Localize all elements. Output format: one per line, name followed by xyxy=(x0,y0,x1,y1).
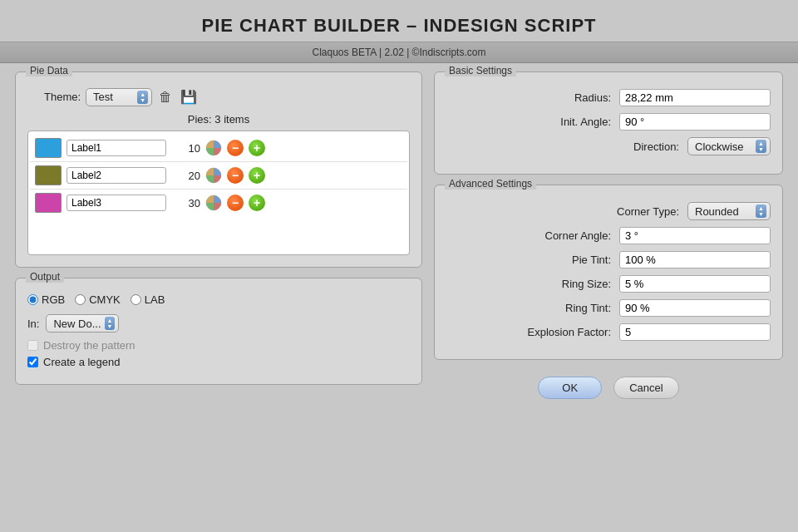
pie-item: 10 − + xyxy=(30,135,407,162)
color-swatch-2[interactable] xyxy=(35,165,62,185)
item-label-1[interactable] xyxy=(66,140,166,156)
corner-type-label: Corner Type: xyxy=(617,205,679,218)
item-value-2: 20 xyxy=(171,170,200,182)
lab-radio[interactable] xyxy=(131,294,141,305)
in-label: In: xyxy=(27,318,39,330)
cancel-button[interactable]: Cancel xyxy=(613,377,678,399)
lab-radio-label[interactable]: LAB xyxy=(131,293,165,306)
rgb-radio[interactable] xyxy=(27,294,38,305)
init-angle-label: Init. Angle: xyxy=(560,116,611,128)
init-angle-input[interactable] xyxy=(619,113,771,131)
ring-size-row: Ring Size: xyxy=(446,275,771,293)
basic-settings-panel: Basic Settings Radius: Init. Angle: Dire… xyxy=(434,71,783,175)
ring-size-input[interactable] xyxy=(619,275,771,293)
corner-type-select[interactable]: Rounded ▲ ▼ xyxy=(687,202,771,220)
pies-count: Pies: 3 items xyxy=(27,113,410,126)
create-legend-label[interactable]: Create a legend xyxy=(27,356,410,368)
corner-type-value: Rounded xyxy=(695,205,752,218)
basic-settings-title: Basic Settings xyxy=(445,65,516,76)
in-value: New Do... xyxy=(53,318,101,330)
in-select[interactable]: New Do... ▲ ▼ xyxy=(46,314,119,332)
add-item-2-button[interactable]: + xyxy=(249,167,265,184)
remove-item-1-button[interactable]: − xyxy=(227,140,244,156)
corner-angle-row: Corner Angle: xyxy=(446,227,771,244)
remove-item-2-button[interactable]: − xyxy=(227,167,244,184)
save-theme-button[interactable]: 💾 xyxy=(179,87,199,106)
output-panel-title: Output xyxy=(26,271,64,283)
direction-arrows: ▲ ▼ xyxy=(756,140,766,153)
cmyk-radio-label[interactable]: CMYK xyxy=(75,293,121,306)
direction-row: Direction: Clockwise ▲ ▼ xyxy=(446,137,771,155)
direction-value: Clockwise xyxy=(695,140,752,153)
init-angle-row: Init. Angle: xyxy=(446,113,771,131)
in-arrows: ▲ ▼ xyxy=(105,317,116,330)
ring-size-label: Ring Size: xyxy=(562,278,611,290)
corner-angle-input[interactable] xyxy=(619,227,771,244)
radius-row: Radius: xyxy=(446,89,771,106)
color-swatch-1[interactable] xyxy=(35,138,62,158)
ring-tint-input[interactable] xyxy=(619,299,771,317)
advanced-settings-title: Advanced Settings xyxy=(445,178,536,190)
explosion-factor-input[interactable] xyxy=(619,323,771,341)
app-title: PIE CHART BUILDER – INDESIGN SCRIPT xyxy=(201,15,596,37)
direction-label: Direction: xyxy=(633,140,679,153)
corner-type-arrows: ▲ ▼ xyxy=(756,204,766,218)
radius-label: Radius: xyxy=(574,91,611,104)
pie-icon-2 xyxy=(205,167,222,184)
remove-item-3-button[interactable]: − xyxy=(227,195,244,211)
ring-tint-row: Ring Tint: xyxy=(446,299,771,317)
advanced-settings-panel: Advanced Settings Corner Type: Rounded ▲… xyxy=(434,185,783,360)
direction-select[interactable]: Clockwise ▲ ▼ xyxy=(687,137,771,155)
explosion-factor-label: Explosion Factor: xyxy=(528,326,611,338)
delete-theme-button[interactable]: 🗑 xyxy=(157,88,174,106)
pie-icon-1 xyxy=(205,140,222,156)
item-value-3: 30 xyxy=(171,197,200,209)
pie-tint-input[interactable] xyxy=(619,251,771,268)
ring-tint-label: Ring Tint: xyxy=(565,302,611,314)
subtitle-bar: Claquos BETA | 2.02 | ©Indiscripts.com xyxy=(0,42,798,63)
add-item-3-button[interactable]: + xyxy=(249,195,265,211)
theme-arrows: ▲ ▼ xyxy=(137,91,148,104)
pie-data-title: Pie Data xyxy=(26,65,72,76)
rgb-radio-label[interactable]: RGB xyxy=(27,293,65,306)
corner-type-row: Corner Type: Rounded ▲ ▼ xyxy=(446,202,771,220)
output-panel: Output RGB CMYK LAB In: New Do... xyxy=(15,278,422,385)
item-value-1: 10 xyxy=(171,142,200,155)
explosion-factor-row: Explosion Factor: xyxy=(446,323,771,341)
pie-icon-3 xyxy=(205,195,222,211)
theme-label: Theme: xyxy=(44,91,81,103)
destroy-pattern-label[interactable]: Destroy the pattern xyxy=(27,339,410,352)
color-mode-group: RGB CMYK LAB xyxy=(27,293,410,306)
item-label-2[interactable] xyxy=(66,167,166,184)
destroy-pattern-checkbox[interactable] xyxy=(27,340,38,351)
pie-tint-row: Pie Tint: xyxy=(446,251,771,268)
add-item-1-button[interactable]: + xyxy=(249,140,265,156)
create-legend-checkbox[interactable] xyxy=(27,357,38,367)
pie-tint-label: Pie Tint: xyxy=(572,254,611,266)
action-buttons: OK Cancel xyxy=(434,377,783,399)
cmyk-radio[interactable] xyxy=(75,294,86,305)
color-swatch-3[interactable] xyxy=(35,193,62,213)
radius-input[interactable] xyxy=(619,89,771,106)
theme-select[interactable]: Test ▲ ▼ xyxy=(86,88,152,106)
ok-button[interactable]: OK xyxy=(538,377,602,399)
pie-data-panel: Pie Data Theme: Test ▲ ▼ 🗑 💾 Pies: 3 ite… xyxy=(15,71,422,268)
corner-angle-label: Corner Angle: xyxy=(545,229,612,242)
theme-value: Test xyxy=(93,91,134,103)
pie-item: 20 − + xyxy=(30,162,407,190)
pie-item: 30 − + xyxy=(30,190,407,216)
item-label-3[interactable] xyxy=(66,195,166,211)
items-list: 10 − + 20 xyxy=(27,131,410,255)
